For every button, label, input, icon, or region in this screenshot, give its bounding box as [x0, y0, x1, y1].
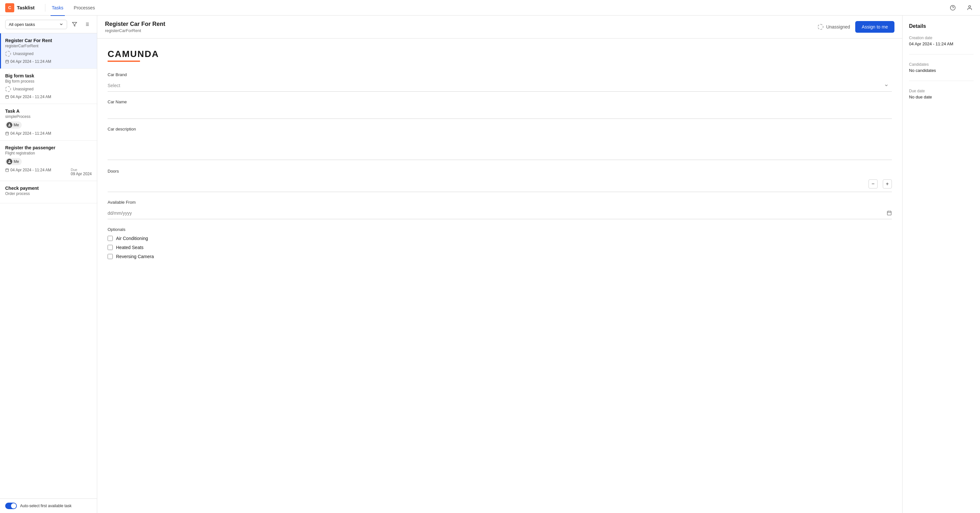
content-title: Register Car For Rent registerCarForRent: [105, 21, 165, 33]
due-date: Due 09 Apr 2024: [71, 168, 92, 176]
car-brand-group: Car Brand Select: [108, 72, 892, 92]
list-item[interactable]: Register the passenger Flight registrati…: [0, 141, 97, 181]
tab-processes[interactable]: Processes: [73, 0, 96, 16]
task-title: Big form task: [5, 73, 92, 78]
sidebar-icons: [70, 19, 92, 29]
reversing-camera-checkbox[interactable]: [108, 254, 113, 259]
tab-tasks[interactable]: Tasks: [51, 0, 65, 16]
avatar: [6, 122, 12, 128]
filter-dropdown[interactable]: All open tasks: [5, 20, 67, 29]
candidates-label: Candidates: [909, 62, 974, 67]
car-description-textarea[interactable]: [108, 134, 892, 160]
task-meta: 04 Apr 2024 - 11:24 AM: [5, 168, 51, 172]
task-assignee: Unassigned: [5, 86, 92, 92]
candidates-value: No candidates: [909, 68, 974, 73]
air-conditioning-item[interactable]: Air Conditioning: [108, 236, 892, 241]
main-layout: All open tasks Register Car For Rent reg…: [0, 16, 980, 513]
task-process: Order process: [5, 191, 92, 196]
app-logo: C Tasklist: [5, 3, 35, 12]
task-title: Task A: [5, 108, 92, 114]
nav-divider: [45, 4, 45, 12]
doors-group: Doors − +: [108, 169, 892, 192]
list-item[interactable]: Task A simpleProcess Me 04 Apr 2024 - 11…: [0, 104, 97, 141]
toggle-knob: [11, 503, 16, 508]
reversing-camera-item[interactable]: Reversing Camera: [108, 254, 892, 259]
created-date: 04 Apr 2024 - 11:24 AM: [10, 95, 51, 99]
task-title: Register Car For Rent: [5, 38, 92, 43]
heated-seats-item[interactable]: Heated Seats: [108, 245, 892, 250]
air-conditioning-checkbox[interactable]: [108, 236, 113, 241]
due-date-section: Due date No due date: [909, 89, 974, 107]
sidebar: All open tasks Register Car For Rent reg…: [0, 16, 97, 513]
due-date-value: No due date: [909, 95, 974, 99]
content-area: Register Car For Rent registerCarForRent…: [97, 16, 902, 513]
task-title: Register the passenger: [5, 145, 92, 150]
user-icon[interactable]: [964, 3, 975, 13]
auto-select-toggle[interactable]: [5, 503, 17, 509]
me-assignee: Me: [5, 121, 22, 129]
car-name-group: Car Name: [108, 99, 892, 119]
doors-minus-button[interactable]: −: [869, 179, 878, 189]
details-panel: Details Creation date 04 Apr 2024 - 11:2…: [902, 16, 980, 513]
unassigned-circle-icon: [818, 24, 824, 30]
task-meta: 04 Apr 2024 - 11:24 AM: [5, 131, 92, 136]
car-brand-select-wrapper: Select: [108, 80, 892, 92]
list-item[interactable]: Register Car For Rent registerCarForRent…: [0, 33, 97, 69]
available-from-label: Available From: [108, 200, 892, 205]
header-actions: Unassigned Assign to me: [818, 21, 894, 33]
car-description-group: Car description: [108, 127, 892, 161]
task-title: Check payment: [5, 186, 92, 191]
avatar: [6, 159, 12, 165]
car-description-label: Car description: [108, 127, 892, 132]
task-dates: 04 Apr 2024 - 11:24 AM Due 09 Apr 2024: [5, 168, 92, 176]
nav-actions: [948, 3, 975, 13]
svg-rect-14: [6, 95, 9, 98]
me-assignee: Me: [5, 158, 22, 165]
sidebar-footer: Auto-select first available task: [0, 499, 97, 513]
created-date: 04 Apr 2024 - 11:24 AM: [10, 59, 51, 64]
help-icon[interactable]: [948, 3, 958, 13]
task-process: simpleProcess: [5, 114, 92, 119]
task-meta: 04 Apr 2024 - 11:24 AM: [5, 95, 92, 99]
form-content: CAMUNDA Car Brand Select Car Name: [97, 38, 902, 513]
doors-plus-button[interactable]: +: [883, 179, 892, 189]
content-header: Register Car For Rent registerCarForRent…: [97, 16, 902, 38]
heated-seats-label: Heated Seats: [116, 245, 143, 250]
calendar-icon: [5, 168, 9, 172]
heated-seats-checkbox[interactable]: [108, 245, 113, 250]
available-from-group: Available From: [108, 200, 892, 219]
sort-icon-btn[interactable]: [82, 19, 92, 29]
camunda-logo: CAMUNDA: [108, 49, 892, 59]
created-date: 04 Apr 2024 - 11:24 AM: [10, 131, 51, 136]
unassigned-icon: [5, 51, 11, 57]
car-name-label: Car Name: [108, 99, 892, 104]
creation-date-label: Creation date: [909, 36, 974, 40]
car-name-input[interactable]: [108, 107, 892, 119]
svg-point-2: [969, 5, 970, 8]
optionals-group: Optionals Air Conditioning Heated Seats …: [108, 227, 892, 259]
calendar-icon[interactable]: [887, 210, 892, 216]
auto-select-label: Auto-select first available task: [20, 503, 72, 508]
svg-rect-10: [6, 60, 9, 63]
available-from-input[interactable]: [108, 207, 892, 219]
logo-underline: [108, 60, 140, 62]
svg-rect-26: [887, 211, 891, 215]
app-name: Tasklist: [17, 5, 35, 10]
assign-to-me-button[interactable]: Assign to me: [855, 21, 894, 33]
doors-label: Doors: [108, 169, 892, 173]
date-wrapper: [108, 207, 892, 219]
creation-date-section: Creation date 04 Apr 2024 - 11:24 AM: [909, 36, 974, 54]
task-process-header: registerCarForRent: [105, 28, 165, 33]
created-date: 04 Apr 2024 - 11:24 AM: [10, 168, 51, 172]
details-title: Details: [909, 23, 974, 29]
doors-control: − +: [108, 176, 892, 192]
list-item[interactable]: Check payment Order process: [0, 181, 97, 203]
calendar-icon: [5, 132, 9, 135]
due-date-label: Due date: [909, 89, 974, 93]
unassigned-icon: [5, 86, 11, 92]
task-assignee: Me: [5, 121, 92, 129]
assignee-label: Unassigned: [13, 87, 33, 91]
car-brand-select[interactable]: Select: [108, 80, 892, 92]
filter-icon-btn[interactable]: [70, 19, 80, 29]
list-item[interactable]: Big form task Big form process Unassigne…: [0, 69, 97, 104]
